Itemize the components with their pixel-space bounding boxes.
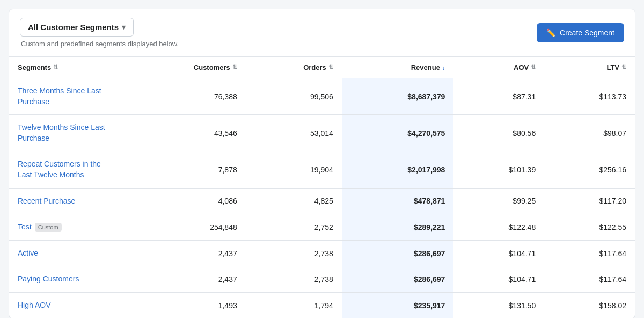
col-header-orders[interactable]: Orders ⇅	[246, 57, 342, 78]
aov-cell: $104.71	[453, 240, 544, 266]
segment-link[interactable]: Three Months Since Last Purchase	[18, 86, 101, 106]
aov-cell: $131.50	[453, 292, 544, 318]
ltv-cell: $117.64	[544, 240, 635, 266]
aov-cell: $104.71	[453, 266, 544, 293]
page-header: All Customer Segments ▾ Custom and prede…	[9, 9, 635, 57]
segment-link[interactable]: Test	[18, 222, 32, 231]
sort-icon-revenue: ↓	[442, 64, 445, 71]
ltv-cell: $122.55	[544, 214, 635, 241]
revenue-cell: $235,917	[342, 292, 454, 318]
revenue-cell: $286,697	[342, 266, 454, 293]
customers-cell: 1,493	[122, 292, 246, 318]
orders-cell: 2,752	[246, 214, 342, 241]
table-row: Repeat Customers in the Last Twelve Mont…	[9, 151, 635, 188]
col-label-segments: Segments	[18, 63, 51, 71]
customers-cell: 76,388	[122, 78, 246, 115]
col-header-segments[interactable]: Segments ⇅	[9, 57, 122, 78]
ltv-cell: $98.07	[544, 115, 635, 151]
col-label-customers: Customers	[194, 63, 230, 71]
segment-cell: Recent Purchase	[9, 188, 122, 214]
orders-cell: 19,904	[246, 151, 342, 188]
orders-cell: 2,738	[246, 266, 342, 293]
create-segment-label: Create Segment	[560, 28, 614, 37]
col-label-orders: Orders	[303, 63, 326, 71]
customers-cell: 2,437	[122, 240, 246, 266]
ltv-cell: $158.02	[544, 292, 635, 318]
segments-table: Segments ⇅ Customers ⇅ Orders ⇅	[9, 57, 635, 318]
segment-cell: TestCustom	[9, 214, 122, 241]
revenue-cell: $8,687,379	[342, 78, 454, 115]
aov-cell: $101.39	[453, 151, 544, 188]
table-row: Active2,4372,738$286,697$104.71$117.64	[9, 240, 635, 266]
segment-link[interactable]: High AOV	[18, 301, 50, 309]
pencil-icon: ✏️	[546, 28, 555, 37]
revenue-cell: $286,697	[342, 240, 454, 266]
ltv-cell: $113.73	[544, 78, 635, 115]
revenue-cell: $2,017,998	[342, 151, 454, 188]
orders-cell: 99,506	[246, 78, 342, 115]
main-container: All Customer Segments ▾ Custom and prede…	[9, 9, 635, 318]
customers-cell: 4,086	[122, 188, 246, 214]
sort-icon-segments: ⇅	[53, 64, 58, 71]
revenue-cell: $4,270,575	[342, 115, 454, 151]
segment-link[interactable]: Recent Purchase	[18, 197, 75, 205]
table-row: Paying Customers2,4372,738$286,697$104.7…	[9, 266, 635, 293]
segment-link[interactable]: Paying Customers	[18, 274, 79, 283]
table-row: Recent Purchase4,0864,825$478,871$99.25$…	[9, 188, 635, 214]
chevron-down-icon: ▾	[122, 23, 126, 31]
segment-selector-label: All Customer Segments	[28, 23, 119, 32]
segment-cell: Three Months Since Last Purchase	[9, 78, 122, 115]
sort-icon-ltv: ⇅	[621, 64, 626, 71]
col-header-revenue[interactable]: Revenue ↓	[342, 57, 454, 78]
ltv-cell: $117.20	[544, 188, 635, 214]
segment-link[interactable]: Active	[18, 249, 38, 257]
col-header-ltv[interactable]: LTV ⇅	[544, 57, 635, 78]
col-header-customers[interactable]: Customers ⇅	[122, 57, 246, 78]
table-row: Twelve Months Since Last Purchase43,5465…	[9, 115, 635, 151]
customers-cell: 254,848	[122, 214, 246, 241]
ltv-cell: $256.16	[544, 151, 635, 188]
aov-cell: $99.25	[453, 188, 544, 214]
custom-badge: Custom	[35, 223, 62, 232]
sort-icon-customers: ⇅	[232, 64, 237, 71]
revenue-cell: $289,221	[342, 214, 454, 241]
header-left: All Customer Segments ▾ Custom and prede…	[20, 18, 179, 48]
aov-cell: $122.48	[453, 214, 544, 241]
segment-cell: Active	[9, 240, 122, 266]
table-row: Three Months Since Last Purchase76,38899…	[9, 78, 635, 115]
col-header-aov[interactable]: AOV ⇅	[453, 57, 544, 78]
col-label-aov: AOV	[514, 63, 529, 71]
aov-cell: $87.31	[453, 78, 544, 115]
segment-link[interactable]: Repeat Customers in the Last Twelve Mont…	[18, 160, 101, 179]
sort-icon-orders: ⇅	[328, 64, 333, 71]
customers-cell: 7,878	[122, 151, 246, 188]
segment-cell: Repeat Customers in the Last Twelve Mont…	[9, 151, 122, 188]
col-label-revenue: Revenue	[411, 63, 440, 71]
customers-cell: 2,437	[122, 266, 246, 293]
sort-icon-aov: ⇅	[531, 64, 536, 71]
segment-link[interactable]: Twelve Months Since Last Purchase	[18, 123, 105, 142]
subtitle: Custom and predefined segments displayed…	[20, 40, 179, 48]
table-header-row: Segments ⇅ Customers ⇅ Orders ⇅	[9, 57, 635, 78]
col-label-ltv: LTV	[606, 63, 619, 71]
aov-cell: $80.56	[453, 115, 544, 151]
ltv-cell: $117.64	[544, 266, 635, 293]
table-row: TestCustom254,8482,752$289,221$122.48$12…	[9, 214, 635, 241]
segment-selector[interactable]: All Customer Segments ▾	[20, 18, 134, 37]
orders-cell: 1,794	[246, 292, 342, 318]
segment-cell: Paying Customers	[9, 266, 122, 293]
orders-cell: 53,014	[246, 115, 342, 151]
create-segment-button[interactable]: ✏️ Create Segment	[537, 23, 624, 42]
table-row: High AOV1,4931,794$235,917$131.50$158.02	[9, 292, 635, 318]
orders-cell: 2,738	[246, 240, 342, 266]
revenue-cell: $478,871	[342, 188, 454, 214]
segment-cell: High AOV	[9, 292, 122, 318]
customers-cell: 43,546	[122, 115, 246, 151]
segment-cell: Twelve Months Since Last Purchase	[9, 115, 122, 151]
orders-cell: 4,825	[246, 188, 342, 214]
